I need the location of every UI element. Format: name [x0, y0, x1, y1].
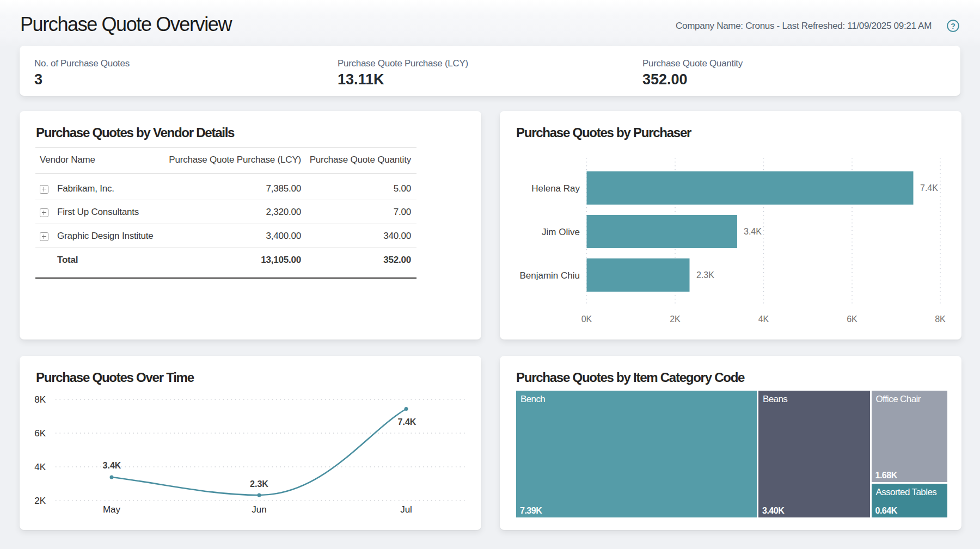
svg-text:May: May — [103, 504, 121, 515]
svg-text:Jul: Jul — [400, 504, 412, 515]
svg-text:3.4K: 3.4K — [103, 461, 121, 470]
svg-text:Jun: Jun — [252, 504, 266, 515]
svg-text:6K: 6K — [847, 314, 857, 324]
svg-text:7.4K: 7.4K — [398, 417, 416, 427]
svg-text:7.4K: 7.4K — [920, 183, 938, 193]
svg-text:Helena Ray: Helena Ray — [531, 183, 580, 194]
svg-text:?: ? — [951, 22, 955, 30]
svg-text:2K: 2K — [670, 314, 681, 324]
svg-text:2.3K: 2.3K — [696, 270, 714, 280]
svg-text:8K: 8K — [34, 394, 46, 405]
svg-text:6K: 6K — [34, 428, 46, 439]
svg-text:Jim Olive: Jim Olive — [542, 227, 580, 237]
svg-text:2K: 2K — [34, 496, 46, 506]
svg-text:4K: 4K — [34, 462, 46, 472]
svg-text:3.4K: 3.4K — [744, 227, 762, 236]
svg-text:8K: 8K — [935, 314, 946, 324]
svg-text:4K: 4K — [758, 314, 769, 324]
svg-text:2.3K: 2.3K — [250, 479, 268, 489]
svg-text:0K: 0K — [581, 314, 592, 324]
svg-text:Benjamin Chiu: Benjamin Chiu — [519, 270, 580, 281]
